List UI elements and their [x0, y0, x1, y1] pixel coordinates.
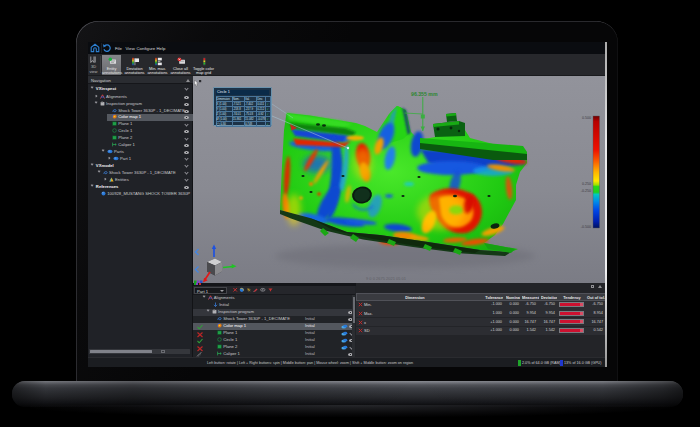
svg-text:0.250: 0.250 [582, 182, 591, 186]
svg-text:-0.250: -0.250 [581, 189, 591, 193]
svg-text:9 0 0 2675 2021 05 01: 9 0 0 2675 2021 05 01 [366, 276, 407, 281]
svg-text:96.355 mm: 96.355 mm [411, 91, 438, 97]
svg-text:0.500: 0.500 [582, 116, 591, 120]
svg-text:-0.500: -0.500 [581, 225, 591, 229]
